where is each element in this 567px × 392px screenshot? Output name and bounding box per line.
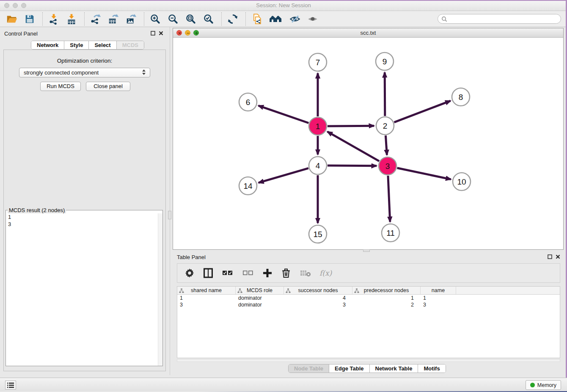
column-header-name[interactable]: name [421, 287, 456, 294]
tab-mcds[interactable]: MCDS [117, 41, 144, 49]
edge-2-9[interactable] [385, 72, 385, 116]
preview-eye-icon[interactable] [306, 12, 319, 26]
table-cell[interactable]: dominator [236, 295, 284, 301]
node-1[interactable]: 1 [309, 117, 327, 135]
table-cell[interactable]: 1 [177, 295, 236, 301]
node-3[interactable]: 3 [379, 157, 396, 175]
save-session-icon[interactable] [23, 12, 36, 26]
column-header-successor-nodes[interactable]: successor nodes [284, 287, 352, 294]
column-header-MCDS-role[interactable]: MCDS role [236, 287, 284, 294]
svg-text:7: 7 [316, 58, 320, 67]
toolbar-separator [245, 12, 246, 26]
show-hide-details-icon[interactable] [288, 12, 302, 26]
column-header-predecessor-nodes[interactable]: predecessor nodes [352, 287, 421, 294]
edge-2-8[interactable] [394, 101, 451, 122]
node-2[interactable]: 2 [376, 117, 394, 135]
zoom-selected-icon[interactable] [202, 12, 215, 26]
network-window: scc.txt 7968124314101511 [173, 28, 564, 250]
result-scrollbar[interactable] [158, 213, 162, 366]
edge-3-11[interactable] [388, 176, 390, 222]
table-tab-edge-table[interactable]: Edge Table [329, 364, 369, 373]
close-table-panel-icon[interactable] [556, 254, 560, 259]
export-table-icon[interactable] [107, 12, 120, 26]
criterion-dropdown[interactable]: strongly connected component [19, 68, 150, 77]
edge-3-10[interactable] [397, 168, 451, 179]
import-table-icon[interactable] [65, 12, 78, 26]
home-networks-icon[interactable] [268, 12, 284, 26]
mcds-result-list[interactable]: 13 [6, 213, 162, 366]
task-history-icon[interactable] [5, 381, 16, 389]
network-title: scc.txt [173, 30, 563, 36]
tab-select[interactable]: Select [89, 41, 116, 49]
table-cell[interactable]: 2 [352, 301, 421, 308]
refresh-icon[interactable] [226, 12, 239, 26]
mcds-result-item[interactable]: 3 [6, 221, 162, 228]
clone-network-icon[interactable] [250, 12, 264, 26]
select-all-rows-icon[interactable] [221, 268, 234, 279]
export-image-icon[interactable] [124, 12, 138, 26]
node-15[interactable]: 15 [309, 225, 327, 243]
table-settings-gear-icon[interactable] [184, 268, 195, 279]
node-6[interactable]: 6 [239, 93, 257, 111]
table-tab-motifs[interactable]: Motifs [418, 364, 445, 373]
search-input[interactable] [450, 15, 556, 23]
open-session-icon[interactable] [5, 12, 19, 26]
table-tab-network-table[interactable]: Network Table [370, 364, 418, 373]
table-row[interactable]: 1dominator411 [177, 295, 560, 301]
node-9[interactable]: 9 [376, 52, 394, 70]
node-14[interactable]: 14 [239, 177, 257, 195]
table-tab-node-table[interactable]: Node Table [289, 364, 329, 373]
status-bar: Memory [0, 378, 567, 392]
table-cell[interactable]: 1 [421, 295, 456, 301]
tab-network[interactable]: Network [31, 41, 64, 49]
edge-4-14[interactable] [259, 168, 308, 182]
table-tabs: Node TableEdge TableNetwork TableMotifs [288, 364, 446, 373]
edge-4-3[interactable] [328, 166, 377, 166]
run-mcds-button[interactable]: Run MCDS [40, 82, 81, 91]
table-row[interactable]: 3dominator323 [177, 301, 560, 308]
edge-2-3[interactable] [385, 135, 387, 155]
table-cell[interactable]: 1 [352, 295, 421, 301]
deselect-all-rows-icon[interactable] [242, 268, 254, 279]
node-8[interactable]: 8 [452, 88, 470, 106]
float-table-panel-icon[interactable] [548, 254, 552, 259]
delete-column-trash-icon[interactable] [281, 268, 292, 279]
table-cell[interactable]: 3 [177, 301, 236, 308]
node-table[interactable]: shared nameMCDS rolesuccessor nodesprede… [177, 286, 560, 358]
close-panel-button[interactable]: Close panel [86, 82, 130, 91]
network-graph[interactable]: 7968124314101511 [173, 38, 563, 249]
close-panel-icon[interactable] [159, 31, 163, 36]
export-network-icon[interactable] [89, 12, 102, 26]
edge-3-1[interactable] [328, 132, 379, 161]
table-cell[interactable]: 4 [284, 295, 352, 301]
zoom-in-icon[interactable] [149, 12, 162, 26]
edge-1-2[interactable] [328, 126, 374, 126]
main-toolbar [0, 11, 567, 27]
import-network-icon[interactable] [47, 12, 61, 26]
svg-text:1: 1 [316, 122, 320, 131]
table-cell[interactable]: 3 [421, 301, 456, 308]
create-column-plus-icon[interactable] [262, 268, 273, 279]
tab-style[interactable]: Style [64, 41, 89, 49]
zoom-fit-icon[interactable] [184, 12, 198, 26]
show-columns-icon[interactable] [203, 268, 214, 279]
edge-1-6[interactable] [259, 106, 309, 123]
vertical-splitter-grip[interactable] [168, 211, 171, 219]
table-horizontal-scrollbar[interactable] [177, 359, 560, 362]
column-header-shared-name[interactable]: shared name [177, 287, 236, 294]
toolbar-separator [42, 12, 43, 26]
memory-button[interactable]: Memory [526, 380, 561, 390]
node-7[interactable]: 7 [309, 53, 327, 71]
control-panel-tabs: NetworkStyleSelectMCDS [31, 41, 144, 50]
horizontal-splitter-grip[interactable] [363, 249, 370, 252]
node-10[interactable]: 10 [453, 173, 471, 190]
zoom-out-icon[interactable] [166, 12, 180, 26]
table-cell[interactable]: 3 [284, 301, 352, 308]
node-4[interactable]: 4 [309, 157, 327, 174]
network-canvas[interactable]: 7968124314101511 [173, 38, 563, 249]
table-cell[interactable]: dominator [236, 301, 284, 308]
float-panel-icon[interactable] [151, 31, 155, 36]
mcds-result-item[interactable]: 1 [6, 213, 162, 221]
node-11[interactable]: 11 [382, 224, 399, 242]
network-window-titlebar[interactable]: scc.txt [173, 28, 563, 38]
